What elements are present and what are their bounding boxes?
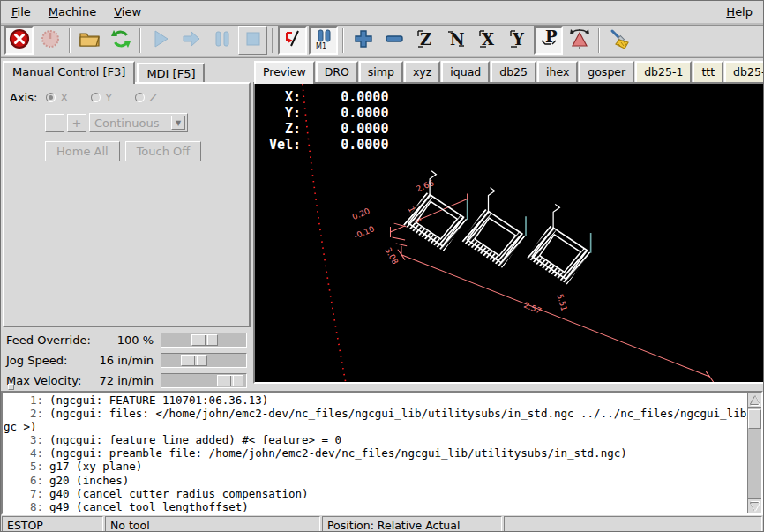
- override-sliders: Feed Override: 100 % Jog Speed: 16 in/mi…: [3, 327, 251, 391]
- view-y-button[interactable]: Y: [503, 26, 532, 55]
- tab-db25-2[interactable]: db25-2: [724, 61, 764, 82]
- view-p-button[interactable]: P: [534, 26, 563, 55]
- tab-manual-control[interactable]: Manual Control [F3]: [3, 61, 135, 84]
- minus-icon: [385, 29, 404, 51]
- skip-lines-toggle[interactable]: [278, 26, 307, 55]
- pane-sash[interactable]: [253, 384, 764, 391]
- axis-z-label: Z: [149, 91, 157, 104]
- triangle-up-icon: [751, 396, 760, 404]
- open-file-button[interactable]: [75, 26, 104, 55]
- view-y-icon: Y: [507, 28, 528, 52]
- scroll-down-button[interactable]: [748, 499, 761, 513]
- home-all-button[interactable]: Home All: [45, 141, 120, 161]
- rotate-view-button[interactable]: [565, 26, 594, 55]
- clear-plot-button[interactable]: [604, 26, 633, 55]
- jog-mode-dropdown[interactable]: Continuous ▼: [89, 113, 188, 132]
- menu-machine[interactable]: Machine: [40, 2, 105, 22]
- axis-radio-z[interactable]: Z: [135, 91, 157, 104]
- reload-file-button[interactable]: [106, 26, 135, 55]
- slider-handle[interactable]: [191, 334, 218, 346]
- estop-button[interactable]: [4, 26, 34, 55]
- gcode-line[interactable]: 2:(ngcgui: files: </home/john/emc2-dev/n…: [3, 407, 747, 420]
- dim-top: 2.66: [415, 178, 435, 193]
- jog-minus-button[interactable]: -: [45, 114, 64, 132]
- tab-db25[interactable]: db25: [491, 61, 536, 82]
- open-folder-icon: [79, 29, 101, 51]
- reload-icon: [110, 28, 131, 52]
- run-step-button[interactable]: [176, 26, 206, 55]
- touch-off-button[interactable]: Touch Off: [125, 141, 202, 161]
- menu-file[interactable]: File: [3, 2, 40, 22]
- line-text: (ngcgui: FEATURE 110701:06.36.13): [43, 393, 268, 407]
- gcode-line[interactable]: 6:g20 (inches): [3, 474, 747, 487]
- max-velocity-slider[interactable]: [161, 373, 247, 388]
- feed-override-value: 100 %: [99, 333, 154, 347]
- slider-handle[interactable]: [181, 355, 207, 366]
- position-mode-status: Position: Relative Actual: [322, 516, 502, 532]
- gcode-scrollbar[interactable]: [747, 393, 761, 513]
- plot-canvas[interactable]: 2.66 1.98 0.20 -0.10 3.08 2.57 5.51 X:0.…: [253, 82, 764, 384]
- dro-y-value: 0.0000: [301, 105, 388, 121]
- gcode-line[interactable]: 8:g49 (cancel tool lengthoffset): [3, 500, 747, 513]
- zoom-out-button[interactable]: [379, 26, 408, 55]
- view-y-letter: Y: [512, 30, 525, 49]
- menu-help[interactable]: Help: [717, 2, 761, 22]
- line-text: (ngcgui: feature line added) #<_feature>…: [43, 433, 341, 446]
- manual-control-panel: Axis: X Y Z - +: [3, 82, 251, 327]
- zoom-in-button[interactable]: [348, 26, 378, 55]
- stop-button[interactable]: [238, 26, 267, 55]
- tab-db25-1[interactable]: db25-1: [635, 61, 692, 82]
- view-z-button[interactable]: Z: [410, 26, 439, 55]
- tab-ihex[interactable]: ihex: [537, 61, 578, 82]
- view-z-letter: Z: [420, 30, 431, 49]
- tab-preview[interactable]: Preview: [254, 61, 315, 84]
- gcode-line-continuation[interactable]: gc >): [3, 420, 747, 433]
- tab-ttt[interactable]: ttt: [693, 61, 723, 82]
- scroll-up-button[interactable]: [748, 393, 761, 407]
- axis-radio-x[interactable]: X: [46, 91, 68, 104]
- view-x-button[interactable]: X: [472, 26, 501, 55]
- pause-button[interactable]: [207, 26, 236, 55]
- tab-dro[interactable]: DRO: [316, 61, 358, 82]
- optional-stop-icon: M1: [314, 28, 333, 52]
- line-text: g49 (cancel tool lengthoffset): [43, 500, 249, 513]
- line-number: 2:: [3, 407, 43, 420]
- tab-mdi[interactable]: MDI [F5]: [137, 63, 205, 82]
- line-number: 5:: [3, 460, 43, 473]
- slider-handle[interactable]: [217, 375, 243, 386]
- line-text: g40 (cancel cutter radius compensation): [43, 487, 309, 500]
- view-z2-button[interactable]: N: [441, 26, 470, 55]
- tab-gosper[interactable]: gosper: [579, 61, 634, 82]
- pane-sash-grip[interactable]: [8, 384, 14, 390]
- dro-z-value: 0.0000: [301, 121, 388, 137]
- gcode-line[interactable]: 5:g17 (xy plane): [3, 460, 747, 473]
- scrollbar-trough[interactable]: [748, 407, 761, 499]
- machine-power-button[interactable]: [35, 26, 64, 55]
- tab-xyz[interactable]: xyz: [404, 61, 440, 82]
- line-number: 3:: [3, 433, 43, 446]
- view-x-letter: X: [482, 30, 494, 49]
- max-velocity-value: 72 in/min: [99, 374, 154, 387]
- menu-view[interactable]: View: [105, 2, 150, 22]
- feed-override-slider[interactable]: [161, 333, 247, 348]
- jog-plus-button[interactable]: +: [67, 114, 86, 132]
- jog-speed-slider[interactable]: [161, 353, 247, 368]
- gcode-line[interactable]: 7:g40 (cancel cutter radius compensation…: [3, 487, 747, 500]
- jog-mode-value: Continuous: [94, 116, 159, 130]
- axis-radio-y[interactable]: Y: [91, 91, 112, 104]
- preview-tabs: Preview DRO simp xyz iquad db25 ihex gos…: [253, 59, 764, 82]
- scrollbar-thumb[interactable]: [748, 409, 761, 429]
- tab-simp[interactable]: simp: [359, 61, 403, 82]
- machine-state-status: ESTOP: [2, 516, 103, 532]
- run-program-button[interactable]: [146, 26, 175, 55]
- gcode-line[interactable]: 1:(ngcgui: FEATURE 110701:06.36.13): [3, 393, 747, 407]
- line-text: (ngcgui: files: </home/john/emc2-dev/nc_…: [43, 407, 747, 420]
- tab-iquad[interactable]: iquad: [441, 61, 490, 82]
- optional-stop-toggle[interactable]: M1: [309, 26, 338, 55]
- plus-icon: [354, 29, 373, 51]
- gcode-text-area[interactable]: 1:(ngcgui: FEATURE 110701:06.36.13) 2:(n…: [1, 391, 763, 515]
- gcode-line[interactable]: 4:(ngcgui: preamble file: /home/john/emc…: [3, 446, 747, 460]
- gcode-line[interactable]: 3:(ngcgui: feature line added) #<_featur…: [3, 433, 747, 446]
- view-p-letter: P: [545, 28, 558, 46]
- view-p-icon: P: [538, 28, 559, 52]
